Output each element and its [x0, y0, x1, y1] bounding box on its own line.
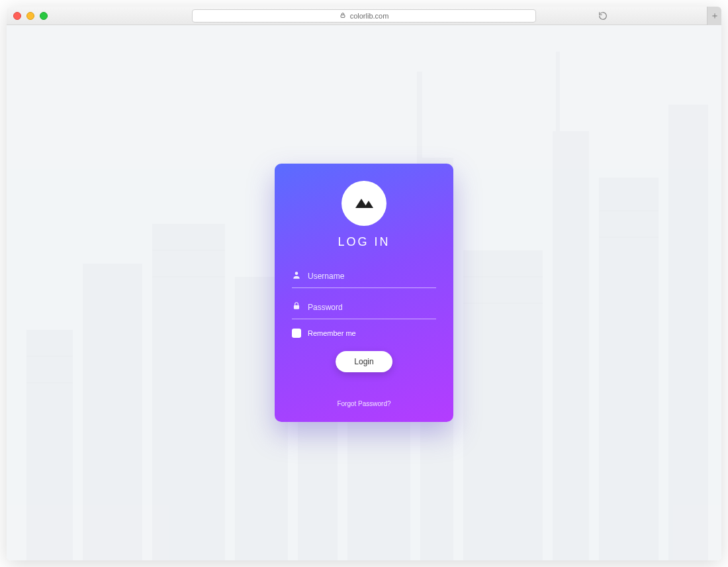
login-title: LOG IN [292, 235, 436, 249]
password-field[interactable] [292, 297, 436, 319]
svg-rect-3 [83, 264, 142, 560]
logo-badge [341, 181, 387, 226]
svg-rect-10 [553, 131, 589, 560]
window-controls [13, 12, 48, 20]
svg-rect-4 [152, 224, 225, 560]
browser-window: colorlib.com ＋ [7, 7, 721, 560]
address-text: colorlib.com [350, 12, 389, 20]
login-button[interactable]: Login [336, 351, 392, 372]
svg-rect-14 [556, 52, 560, 138]
remember-me-checkbox[interactable] [292, 329, 301, 338]
username-input[interactable] [308, 272, 436, 281]
login-card: LOG IN [275, 164, 453, 422]
svg-rect-2 [26, 330, 73, 560]
page-viewport: LOG IN [7, 25, 721, 560]
mountain-icon [353, 195, 375, 212]
svg-rect-11 [599, 178, 659, 560]
svg-rect-0 [341, 15, 345, 17]
svg-point-25 [295, 272, 298, 275]
reload-button[interactable] [597, 10, 609, 22]
svg-marker-24 [364, 201, 373, 208]
user-icon [292, 270, 301, 282]
password-input[interactable] [308, 303, 436, 312]
maximize-window-button[interactable] [40, 12, 48, 20]
browser-titlebar: colorlib.com ＋ [7, 7, 721, 25]
address-bar[interactable]: colorlib.com [192, 9, 536, 23]
new-tab-button[interactable]: ＋ [707, 7, 721, 25]
remember-me-row[interactable]: Remember me [292, 329, 436, 338]
forgot-password-link[interactable]: Forgot Password? [292, 400, 436, 407]
svg-rect-13 [417, 72, 422, 164]
minimize-window-button[interactable] [26, 12, 34, 20]
lock-icon [292, 301, 301, 313]
svg-rect-12 [668, 105, 708, 560]
lock-icon [340, 12, 346, 20]
svg-rect-9 [463, 250, 543, 560]
remember-me-label: Remember me [308, 329, 356, 337]
username-field[interactable] [292, 266, 436, 288]
close-window-button[interactable] [13, 12, 21, 20]
svg-rect-26 [294, 305, 299, 309]
